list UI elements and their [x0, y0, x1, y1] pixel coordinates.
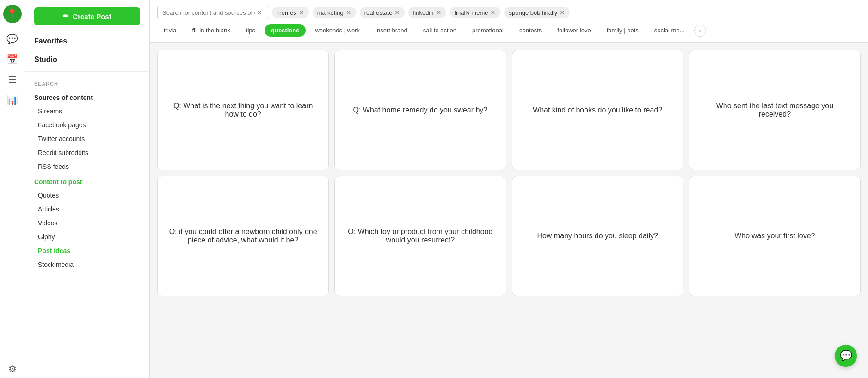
compose-nav-icon[interactable]: 💬 — [3, 30, 22, 48]
tabs-scroll-right-button[interactable]: › — [694, 25, 706, 37]
card-2-text: Q: What home remedy do you swear by? — [353, 106, 487, 114]
icon-bar: 📍 💬 📅 ☰ 📊 ⚙ — [0, 0, 25, 378]
category-tabs: trivia fill in the blank tips questions … — [157, 24, 861, 37]
tag-memes-remove[interactable]: ✕ — [299, 9, 304, 16]
cards-grid: Q: What is the next thing you want to le… — [150, 43, 868, 378]
studio-section[interactable]: Studio — [25, 49, 149, 68]
sidebar-item-post-ideas[interactable]: Post ideas — [25, 244, 149, 258]
tag-marketing-label: marketing — [317, 9, 344, 16]
sidebar-item-rss[interactable]: RSS feeds — [25, 160, 149, 174]
content-to-post-title: Content to post — [25, 174, 149, 188]
main-content: ✕ memes ✕ marketing ✕ real estate ✕ link… — [150, 0, 868, 378]
chart-nav-icon[interactable]: 📊 — [3, 91, 22, 109]
tag-real-estate-label: real estate — [364, 9, 393, 16]
card-3-text: What kind of books do you like to read? — [533, 106, 662, 114]
card-2[interactable]: Q: What home remedy do you swear by? — [334, 50, 506, 170]
tag-finally-meme[interactable]: finally meme ✕ — [450, 7, 501, 18]
search-tags-row: ✕ memes ✕ marketing ✕ real estate ✕ link… — [157, 6, 861, 19]
tab-promotional[interactable]: promotional — [466, 24, 510, 37]
tag-real-estate-remove[interactable]: ✕ — [394, 9, 400, 16]
tab-fill-blank[interactable]: fill in the blank — [185, 24, 236, 37]
tab-call-to-action[interactable]: call to action — [417, 24, 463, 37]
app-logo: 📍 — [3, 5, 22, 23]
list-nav-icon[interactable]: ☰ — [3, 70, 22, 89]
sidebar-item-giphy[interactable]: Giphy — [25, 230, 149, 244]
tag-linkedin-remove[interactable]: ✕ — [436, 9, 442, 16]
tag-marketing[interactable]: marketing ✕ — [313, 7, 356, 18]
sources-title: Sources of content — [25, 89, 149, 104]
tag-sponge-bob-label: sponge bob finally — [509, 9, 557, 16]
card-5[interactable]: Q: if you could offer a newborn child on… — [157, 176, 329, 296]
tab-family-pets[interactable]: family | pets — [600, 24, 645, 37]
favorites-section[interactable]: Favorites — [25, 31, 149, 49]
tag-marketing-remove[interactable]: ✕ — [346, 9, 351, 16]
search-input[interactable] — [162, 9, 255, 16]
card-1[interactable]: Q: What is the next thing you want to le… — [157, 50, 329, 170]
pencil-icon: ✏ — [63, 12, 69, 20]
tab-social-me[interactable]: social me... — [648, 24, 691, 37]
sidebar-header: ✏ Create Post — [25, 7, 149, 31]
card-6[interactable]: Q: Which toy or product from your childh… — [334, 176, 506, 296]
tag-linkedin[interactable]: linkedin ✕ — [408, 7, 446, 18]
sidebar-item-videos[interactable]: Videos — [25, 216, 149, 230]
sidebar-item-twitter[interactable]: Twitter accounts — [25, 132, 149, 146]
sidebar-item-facebook[interactable]: Facebook pages — [25, 118, 149, 132]
sidebar-item-reddit[interactable]: Reddit subreddits — [25, 146, 149, 160]
card-3[interactable]: What kind of books do you like to read? — [512, 50, 683, 170]
tab-tips[interactable]: tips — [240, 24, 262, 37]
tab-questions[interactable]: questions — [265, 24, 306, 37]
settings-nav-icon[interactable]: ⚙ — [3, 359, 22, 378]
search-box[interactable]: ✕ — [157, 6, 268, 19]
tab-weekends-work[interactable]: weekends | work — [308, 24, 366, 37]
clear-search-icon[interactable]: ✕ — [257, 9, 262, 16]
tag-real-estate[interactable]: real estate ✕ — [360, 7, 405, 18]
sidebar-divider-1 — [25, 71, 149, 72]
card-6-text: Q: Which toy or product from your childh… — [346, 228, 494, 244]
sidebar-item-articles[interactable]: Articles — [25, 202, 149, 216]
top-bar: ✕ memes ✕ marketing ✕ real estate ✕ link… — [150, 0, 868, 43]
card-8[interactable]: Who was your first love? — [689, 176, 861, 296]
sidebar-item-stock-media[interactable]: Stock media — [25, 258, 149, 272]
create-post-button[interactable]: ✏ Create Post — [34, 7, 140, 25]
tab-follower-love[interactable]: follower love — [551, 24, 597, 37]
tab-trivia[interactable]: trivia — [157, 24, 183, 37]
card-5-text: Q: if you could offer a newborn child on… — [169, 228, 317, 244]
chat-fab-button[interactable]: 💬 — [835, 345, 857, 367]
create-post-label: Create Post — [73, 12, 111, 20]
sidebar: ✏ Create Post Favorites Studio SEARCH So… — [25, 0, 150, 378]
card-1-text: Q: What is the next thing you want to le… — [169, 102, 317, 118]
search-label: SEARCH — [25, 75, 149, 89]
card-7-text: How many hours do you sleep daily? — [537, 232, 658, 240]
card-4[interactable]: Who sent the last text message you recei… — [689, 50, 861, 170]
calendar-nav-icon[interactable]: 📅 — [3, 50, 22, 68]
chat-fab-icon: 💬 — [840, 350, 852, 362]
card-7[interactable]: How many hours do you sleep daily? — [512, 176, 683, 296]
tag-memes[interactable]: memes ✕ — [272, 7, 309, 18]
tag-linkedin-label: linkedin — [413, 9, 433, 16]
tag-sponge-bob[interactable]: sponge bob finally ✕ — [504, 7, 570, 18]
sidebar-item-quotes[interactable]: Quotes — [25, 188, 149, 202]
tab-contests[interactable]: contests — [513, 24, 548, 37]
card-8-text: Who was your first love? — [734, 232, 815, 240]
tag-sponge-bob-remove[interactable]: ✕ — [560, 9, 565, 16]
tag-finally-meme-label: finally meme — [455, 9, 488, 16]
tag-finally-meme-remove[interactable]: ✕ — [490, 9, 496, 16]
sidebar-item-streams[interactable]: Streams — [25, 104, 149, 118]
tab-insert-brand[interactable]: insert brand — [369, 24, 414, 37]
card-4-text: Who sent the last text message you recei… — [701, 102, 849, 118]
tag-memes-label: memes — [277, 9, 296, 16]
